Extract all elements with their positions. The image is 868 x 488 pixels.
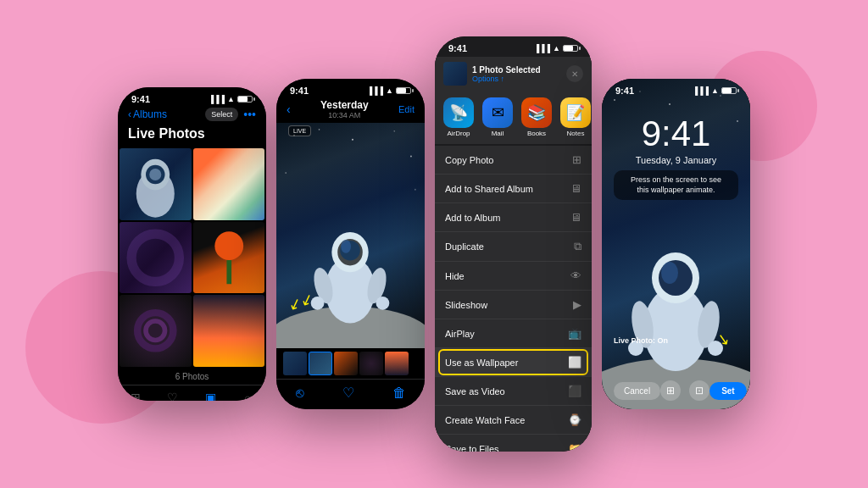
photo-thumb-4[interactable]: [193, 222, 265, 294]
albums-actions: Select •••: [205, 108, 256, 121]
hide-icon: 👁: [570, 269, 581, 282]
slideshow-icon: ▶: [573, 298, 581, 311]
notes-icon-item[interactable]: 📝 Notes: [560, 97, 591, 137]
svg-point-5: [214, 231, 243, 260]
battery-icon: [237, 96, 253, 103]
live-photo-label: Live Photo: On: [614, 336, 668, 345]
battery-icon-2: [396, 87, 411, 94]
add-album-icon: 🖥: [570, 211, 581, 224]
menu-item-duplicate-label: Duplicate: [445, 241, 484, 252]
status-icons-4: ▐▐▐ ▲: [693, 86, 737, 95]
strip-thumb-5[interactable]: [385, 352, 409, 375]
menu-item-save-video[interactable]: Save as Video ⬛: [435, 377, 592, 406]
notes-label: Notes: [567, 130, 585, 137]
menu-item-hide-label: Hide: [445, 271, 465, 281]
battery-icon-3: [563, 45, 578, 52]
signal-icon-2: ▐▐▐: [367, 86, 383, 95]
nav-for-you[interactable]: ♡ For You: [163, 391, 183, 402]
share-title-area: 1 Photo Selected Options ↑: [472, 65, 561, 83]
photo-strip: [276, 348, 425, 379]
photo-thumb-1[interactable]: [120, 148, 192, 220]
menu-item-save-files[interactable]: Save to Files 📁: [435, 435, 592, 452]
viewer-edit-button[interactable]: Edit: [398, 104, 415, 114]
viewer-header: ‹ Yesterday 10:34 AM Edit: [276, 99, 425, 123]
lock-icon-btn-2[interactable]: ⊡: [689, 380, 709, 401]
phones-container: 9:41 ▐▐▐ ▲ ‹ Albums Select ••• Live Phot…: [118, 36, 750, 452]
menu-item-slideshow[interactable]: Slideshow ▶: [435, 291, 592, 319]
airdrop-icon: 📡: [443, 97, 474, 128]
strip-thumb-2[interactable]: [309, 352, 332, 375]
heart-icon: ♡: [167, 391, 178, 402]
svg-point-13: [410, 155, 412, 157]
menu-list: Copy Photo ⊞ Add to Shared Album 🖥 Add t…: [435, 146, 592, 452]
books-icon-item[interactable]: 📚 Books: [521, 97, 552, 137]
share-header: 1 Photo Selected Options ↑ ✕: [435, 57, 592, 91]
library-icon: ⊞: [131, 391, 141, 402]
photo-thumb-6[interactable]: [193, 295, 265, 367]
menu-item-copy[interactable]: Copy Photo ⊞: [435, 146, 592, 175]
menu-item-wallpaper[interactable]: Use as Wallpaper ⬜: [435, 348, 592, 377]
svg-point-25: [376, 297, 390, 310]
battery-icon-4: [721, 87, 737, 94]
cancel-button[interactable]: Cancel: [614, 382, 660, 400]
save-files-icon: 📁: [568, 442, 581, 452]
share-close-button[interactable]: ✕: [566, 65, 583, 82]
photo-grid: [118, 148, 266, 367]
bottom-nav: ⊞ Library ♡ For You ▣ Albums ⌕ Search: [118, 385, 266, 402]
nav-search[interactable]: ⌕ Search: [238, 391, 257, 402]
more-button[interactable]: •••: [243, 108, 256, 121]
photo-thumb-3[interactable]: [120, 222, 192, 294]
viewer-bottom-bar: ⎋ ♡ 🗑: [276, 379, 425, 409]
mail-icon-item[interactable]: ✉ Mail: [482, 97, 513, 137]
strip-thumb-1[interactable]: [283, 352, 307, 375]
menu-item-duplicate[interactable]: Duplicate ⧉: [435, 232, 592, 262]
svg-point-4: [131, 234, 179, 281]
menu-item-watch-face[interactable]: Create Watch Face ⌚: [435, 406, 592, 435]
chevron-left-icon: ‹: [128, 108, 131, 120]
lock-date: Tuesday, 9 January: [602, 155, 750, 165]
share-photo-thumb: [443, 62, 467, 86]
albums-header: ‹ Albums Select •••: [118, 108, 266, 126]
svg-point-21: [341, 240, 351, 253]
select-button[interactable]: Select: [205, 108, 238, 121]
svg-rect-6: [226, 260, 231, 284]
photo-thumb-5[interactable]: [120, 295, 192, 367]
signal-icon-4: ▐▐▐: [693, 86, 709, 95]
svg-point-7: [137, 313, 173, 348]
set-button[interactable]: Set: [709, 382, 747, 400]
strip-thumb-4[interactable]: [359, 352, 383, 375]
viewer-title: Yesterday 10:34 AM: [320, 99, 369, 119]
books-label: Books: [527, 130, 546, 137]
back-label[interactable]: Albums: [133, 108, 167, 120]
nav-albums[interactable]: ▣ Albums: [201, 391, 220, 402]
nav-library[interactable]: ⊞ Library: [126, 391, 144, 402]
share-options[interactable]: Options ↑: [472, 75, 561, 83]
status-bar-4: 9:41 ▐▐▐ ▲: [602, 79, 750, 99]
menu-item-watch-face-label: Create Watch Face: [445, 415, 525, 425]
duplicate-icon: ⧉: [574, 240, 581, 253]
strip-thumb-3[interactable]: [334, 352, 358, 375]
phone-3-share-menu: 9:41 ▐▐▐ ▲ 1 Photo Selected Options ↑ ✕ …: [435, 36, 592, 452]
svg-point-8: [146, 321, 165, 341]
viewer-back[interactable]: ‹: [287, 103, 291, 116]
lock-astronaut-area: Live Photo: On ↘: [602, 205, 750, 375]
mail-label: Mail: [492, 130, 504, 137]
menu-item-airplay[interactable]: AirPlay 📺: [435, 319, 592, 348]
menu-item-hide[interactable]: Hide 👁: [435, 262, 592, 291]
phone-4-lockscreen: 9:41 ▐▐▐ ▲ 9:41 Tuesday, 9 January Press…: [602, 79, 750, 409]
delete-button[interactable]: 🗑: [392, 385, 406, 401]
main-photo[interactable]: ↙↙: [276, 123, 425, 348]
albums-back[interactable]: ‹ Albums: [128, 108, 167, 120]
favorite-button[interactable]: ♡: [342, 385, 354, 401]
menu-item-save-video-label: Save as Video: [445, 386, 505, 396]
viewer-time: 10:34 AM: [320, 111, 369, 119]
menu-item-add-album-label: Add to Album: [445, 213, 500, 223]
menu-item-add-album[interactable]: Add to Album 🖥: [435, 203, 592, 232]
status-bar-1: 9:41 ▐▐▐ ▲: [118, 87, 266, 108]
share-button[interactable]: ⎋: [296, 385, 304, 401]
photo-thumb-2[interactable]: [193, 148, 265, 220]
lock-bottom-bar: Cancel ⊞ ⊡ Set: [602, 375, 750, 409]
airdrop-icon-item[interactable]: 📡 AirDrop: [443, 97, 474, 137]
menu-item-shared-album[interactable]: Add to Shared Album 🖥: [435, 175, 592, 203]
lock-icon-btn-1[interactable]: ⊞: [660, 380, 681, 401]
